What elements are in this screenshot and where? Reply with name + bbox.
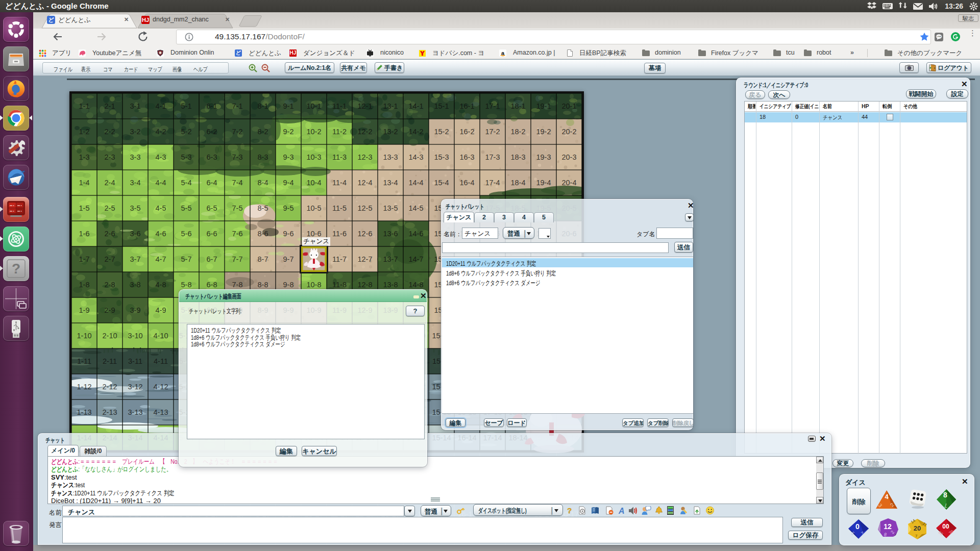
- svg-text:3-8: 3-8: [130, 281, 141, 289]
- svg-text:7-7: 7-7: [232, 255, 243, 263]
- svg-text:14-5: 14-5: [408, 204, 423, 212]
- svg-text:17-3: 17-3: [485, 153, 500, 161]
- svg-text:8-7: 8-7: [258, 255, 268, 263]
- svg-text:11-4: 11-4: [332, 179, 347, 187]
- svg-text:11-7: 11-7: [332, 255, 347, 263]
- svg-text:14-6: 14-6: [408, 230, 423, 238]
- svg-text:13-4: 13-4: [383, 179, 398, 187]
- svg-text:12-6: 12-6: [357, 230, 372, 238]
- svg-text:4-3: 4-3: [156, 153, 166, 161]
- svg-text:5-7: 5-7: [181, 255, 192, 263]
- svg-text:6-3: 6-3: [207, 153, 217, 161]
- svg-text:8: 8: [943, 491, 947, 499]
- svg-text:4-2: 4-2: [156, 128, 166, 136]
- svg-text:12-3: 12-3: [357, 153, 372, 161]
- svg-text:7-4: 7-4: [232, 179, 243, 187]
- svg-text:9-6: 9-6: [283, 230, 294, 238]
- svg-text:4-10: 4-10: [153, 332, 168, 340]
- svg-text:6-4: 6-4: [207, 179, 217, 187]
- svg-text:12-1: 12-1: [357, 102, 372, 110]
- svg-text:16-3: 16-3: [459, 153, 474, 161]
- svg-text:2-2: 2-2: [105, 128, 115, 136]
- svg-text:7: 7: [944, 503, 947, 508]
- svg-text:17-4: 17-4: [485, 179, 500, 187]
- svg-text:9-8: 9-8: [283, 281, 294, 289]
- svg-text:1-12: 1-12: [77, 383, 91, 391]
- svg-text:3-11: 3-11: [128, 357, 142, 365]
- svg-text:2-4: 2-4: [105, 179, 115, 187]
- svg-text:3-4: 3-4: [130, 179, 141, 187]
- svg-text:20-4: 20-4: [561, 179, 576, 187]
- svg-text:4-6: 4-6: [156, 230, 166, 238]
- svg-text:?: ?: [12, 261, 20, 277]
- svg-text:18-4: 18-4: [510, 179, 525, 187]
- svg-text:11-8: 11-8: [332, 281, 347, 289]
- svg-text:4-4: 4-4: [156, 179, 166, 187]
- svg-text:1-1: 1-1: [79, 102, 90, 110]
- svg-text:9-7: 9-7: [283, 255, 294, 263]
- svg-text:a: a: [501, 50, 505, 56]
- svg-text:15-1: 15-1: [434, 102, 449, 110]
- svg-text:1-5: 1-5: [79, 204, 90, 212]
- svg-text:A: A: [618, 507, 625, 515]
- svg-text:20-2: 20-2: [561, 128, 576, 136]
- svg-text:4-9: 4-9: [156, 306, 166, 314]
- svg-text:17-2: 17-2: [485, 128, 500, 136]
- svg-text:10-4: 10-4: [306, 179, 321, 187]
- svg-text:1-7: 1-7: [79, 255, 90, 263]
- svg-text:4-5: 4-5: [156, 204, 166, 212]
- svg-text:4-7: 4-7: [156, 255, 166, 263]
- svg-text:4-12: 4-12: [153, 383, 168, 391]
- svg-text:3-1: 3-1: [130, 102, 141, 110]
- svg-text:17-1: 17-1: [485, 102, 500, 110]
- svg-text:2-9: 2-9: [105, 306, 115, 314]
- svg-text:00: 00: [942, 523, 949, 530]
- svg-text:20-3: 20-3: [561, 153, 576, 161]
- svg-text:1-4: 1-4: [79, 179, 90, 187]
- svg-text:3-3: 3-3: [130, 153, 141, 161]
- svg-text:7: 7: [915, 534, 918, 538]
- svg-text:14-4: 14-4: [408, 179, 423, 187]
- svg-text:11-2: 11-2: [332, 128, 347, 136]
- svg-text:18-3: 18-3: [510, 153, 525, 161]
- svg-text:5-2: 5-2: [181, 128, 192, 136]
- svg-text:6-5: 6-5: [207, 204, 217, 212]
- svg-text:13-8: 13-8: [383, 281, 398, 289]
- svg-text:15-2: 15-2: [434, 128, 449, 136]
- svg-text:2-1: 2-1: [105, 102, 115, 110]
- svg-text:2-13: 2-13: [102, 408, 117, 416]
- svg-text:0: 0: [855, 522, 860, 531]
- svg-text:4-8: 4-8: [156, 281, 166, 289]
- svg-text:19-4: 19-4: [536, 179, 551, 187]
- svg-text:14-7: 14-7: [408, 255, 423, 263]
- svg-text:15-4: 15-4: [434, 179, 449, 187]
- svg-text:6-2: 6-2: [207, 128, 217, 136]
- svg-text:20-1: 20-1: [561, 102, 576, 110]
- svg-text:3-2: 3-2: [130, 128, 141, 136]
- svg-text:16-1: 16-1: [459, 102, 474, 110]
- svg-text:4-13: 4-13: [153, 408, 168, 416]
- svg-text:12-7: 12-7: [357, 255, 372, 263]
- svg-text:12: 12: [884, 522, 892, 531]
- svg-text:2-11: 2-11: [103, 357, 117, 365]
- svg-text:3-7: 3-7: [130, 255, 141, 263]
- svg-text:5-1: 5-1: [181, 102, 192, 110]
- svg-text:9-2: 9-2: [283, 128, 294, 136]
- svg-text:13-1: 13-1: [383, 102, 398, 110]
- svg-text:6-6: 6-6: [207, 230, 217, 238]
- svg-text:8-2: 8-2: [258, 128, 268, 136]
- svg-text:10-8: 10-8: [306, 281, 321, 289]
- svg-text:2-12: 2-12: [102, 383, 117, 391]
- svg-text:2-7: 2-7: [105, 255, 115, 263]
- svg-text:4: 4: [885, 493, 889, 500]
- svg-text:2-5: 2-5: [105, 204, 115, 212]
- svg-text:11-3: 11-3: [332, 153, 347, 161]
- svg-text:10-5: 10-5: [306, 204, 321, 212]
- svg-text:5-5: 5-5: [181, 204, 192, 212]
- svg-text:8-5: 8-5: [258, 204, 268, 212]
- svg-text:5-3: 5-3: [181, 153, 192, 161]
- svg-text:4-1: 4-1: [156, 102, 166, 110]
- svg-text:11-5: 11-5: [332, 204, 347, 212]
- svg-text:11-6: 11-6: [332, 230, 347, 238]
- svg-text:13-5: 13-5: [383, 204, 398, 212]
